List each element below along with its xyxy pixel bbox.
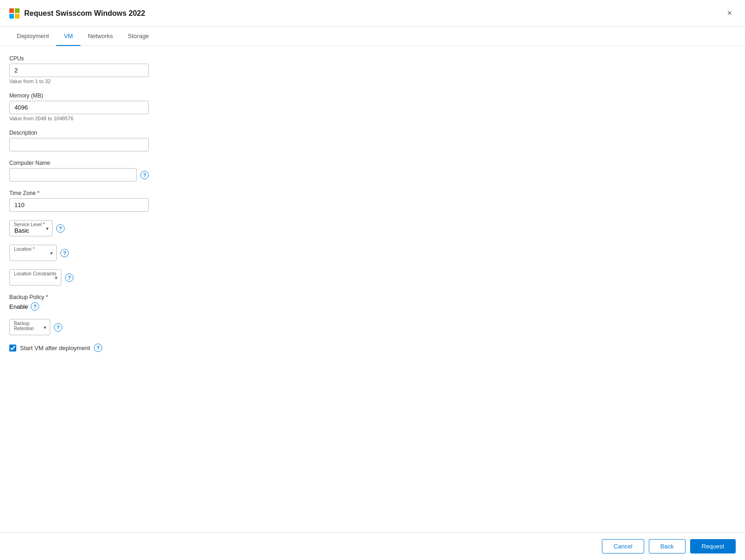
dialog-title-area: Request Swisscom Windows 2022 — [9, 8, 145, 19]
computer-name-label: Computer Name — [9, 160, 149, 166]
cpus-input[interactable] — [9, 64, 149, 77]
memory-input[interactable] — [9, 101, 149, 114]
location-select[interactable]: Location A Location B — [9, 245, 57, 261]
backup-enable-row: Enable ? — [9, 302, 736, 311]
start-vm-help-icon[interactable]: ? — [94, 344, 102, 352]
dialog-title: Request Swisscom Windows 2022 — [24, 9, 145, 18]
location-constraints-group: Location Constraints Constraint A Constr… — [9, 269, 149, 286]
svg-rect-2 — [9, 14, 14, 19]
dialog-footer: Cancel Back Request — [0, 532, 745, 560]
start-vm-group: Start VM after deployment ? — [9, 344, 736, 352]
cancel-button[interactable]: Cancel — [602, 539, 644, 553]
tab-networks[interactable]: Networks — [80, 27, 120, 46]
timezone-label: Time Zone — [9, 190, 149, 196]
location-help-icon[interactable]: ? — [60, 249, 69, 257]
backup-retention-group: Backup Retention 7 Days 14 Days 30 Days … — [9, 319, 149, 335]
tab-storage[interactable]: Storage — [120, 27, 157, 46]
tab-deployment[interactable]: Deployment — [9, 27, 56, 46]
start-vm-checkbox[interactable] — [9, 345, 16, 352]
backup-retention-select[interactable]: 7 Days 14 Days 30 Days — [9, 319, 50, 335]
location-constraints-select-wrapper: Location Constraints Constraint A Constr… — [9, 269, 61, 286]
location-constraints-help-icon[interactable]: ? — [65, 273, 73, 282]
location-row: Location * Location A Location B ? — [9, 245, 149, 261]
location-constraints-row: Location Constraints Constraint A Constr… — [9, 269, 149, 286]
request-dialog: Request Swisscom Windows 2022 × Deployme… — [0, 0, 745, 560]
memory-hint: Value from 2048 to 1048576 — [9, 116, 149, 121]
timezone-input[interactable] — [9, 198, 149, 212]
back-button[interactable]: Back — [649, 539, 686, 553]
service-level-select-wrapper: Service Level * Basic Standard Premium — [9, 220, 53, 236]
backup-enable-text: Enable — [9, 303, 28, 310]
tab-vm[interactable]: VM — [56, 27, 80, 46]
description-group: Description — [9, 130, 149, 151]
location-select-wrapper: Location * Location A Location B — [9, 245, 57, 261]
description-label: Description — [9, 130, 149, 136]
backup-retention-row: Backup Retention 7 Days 14 Days 30 Days … — [9, 319, 149, 335]
close-button[interactable]: × — [723, 7, 736, 20]
service-level-row: Service Level * Basic Standard Premium ? — [9, 220, 149, 236]
cpus-hint: Value from 1 to 32 — [9, 78, 149, 84]
backup-policy-label: Backup Policy — [9, 294, 736, 300]
location-group: Location * Location A Location B ? — [9, 245, 149, 261]
backup-policy-group: Backup Policy Enable ? — [9, 294, 736, 311]
cpus-group: CPUs Value from 1 to 32 — [9, 55, 149, 84]
memory-group: Memory (MB) Value from 2048 to 1048576 — [9, 92, 149, 121]
description-input[interactable] — [9, 138, 149, 151]
computer-name-input-row: ? — [9, 168, 149, 182]
dialog-body: CPUs Value from 1 to 32 Memory (MB) Valu… — [0, 46, 745, 532]
computer-name-help-icon[interactable]: ? — [140, 171, 149, 179]
request-button[interactable]: Request — [690, 539, 736, 553]
cpus-label: CPUs — [9, 55, 149, 62]
service-level-group: Service Level * Basic Standard Premium ? — [9, 220, 149, 236]
backup-policy-help-icon[interactable]: ? — [31, 302, 39, 311]
svg-rect-0 — [9, 8, 14, 13]
computer-name-group: Computer Name ? — [9, 160, 149, 182]
start-vm-label[interactable]: Start VM after deployment — [20, 345, 90, 352]
computer-name-input[interactable] — [9, 168, 137, 182]
timezone-group: Time Zone — [9, 190, 149, 212]
service-level-select[interactable]: Basic Standard Premium — [9, 220, 53, 236]
backup-retention-help-icon[interactable]: ? — [54, 323, 62, 332]
memory-label: Memory (MB) — [9, 92, 149, 99]
tabs-bar: Deployment VM Networks Storage — [0, 27, 745, 46]
svg-rect-3 — [15, 14, 20, 19]
dialog-header: Request Swisscom Windows 2022 × — [0, 0, 745, 27]
location-constraints-select[interactable]: Constraint A Constraint B — [9, 269, 61, 286]
svg-rect-1 — [15, 8, 20, 13]
service-level-help-icon[interactable]: ? — [56, 224, 65, 233]
backup-retention-select-wrapper: Backup Retention 7 Days 14 Days 30 Days — [9, 319, 50, 335]
windows-logo-icon — [9, 8, 20, 19]
